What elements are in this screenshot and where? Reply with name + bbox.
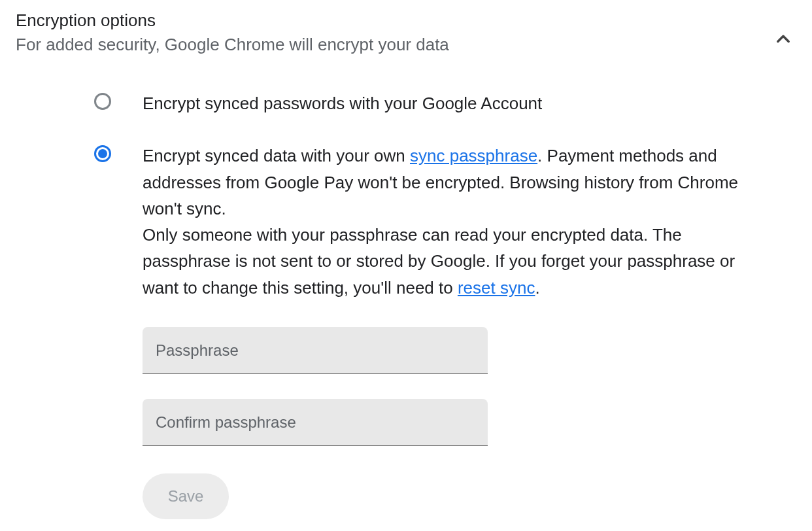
option-text: . xyxy=(535,278,539,298)
option-text: Encrypt synced data with your own xyxy=(143,146,410,165)
option-label: Encrypt synced passwords with your Googl… xyxy=(143,90,773,116)
header-text: Encryption options For added security, G… xyxy=(16,10,768,55)
passphrase-fields: Save xyxy=(16,327,796,519)
option-encrypt-own-passphrase[interactable]: Encrypt synced data with your own sync p… xyxy=(94,143,796,301)
passphrase-input[interactable] xyxy=(143,327,488,374)
reset-sync-link[interactable]: reset sync xyxy=(458,278,535,298)
sync-passphrase-link[interactable]: sync passphrase xyxy=(410,146,537,165)
save-button[interactable]: Save xyxy=(143,473,229,519)
option-text: Only someone with your passphrase can re… xyxy=(143,225,735,298)
collapse-toggle[interactable] xyxy=(768,24,799,55)
section-header: Encryption options For added security, G… xyxy=(16,10,796,55)
section-title: Encryption options xyxy=(16,10,768,31)
option-label: Encrypt synced data with your own sync p… xyxy=(143,143,773,301)
radio-unselected-icon xyxy=(94,93,111,110)
radio-group: Encrypt synced passwords with your Googl… xyxy=(16,90,796,301)
section-subtitle: For added security, Google Chrome will e… xyxy=(16,35,768,55)
encryption-options-panel: Encryption options For added security, G… xyxy=(0,0,812,531)
confirm-passphrase-input[interactable] xyxy=(143,399,488,446)
radio-selected-icon xyxy=(94,145,111,162)
chevron-up-icon xyxy=(774,30,792,48)
option-encrypt-google-account[interactable]: Encrypt synced passwords with your Googl… xyxy=(94,90,796,116)
